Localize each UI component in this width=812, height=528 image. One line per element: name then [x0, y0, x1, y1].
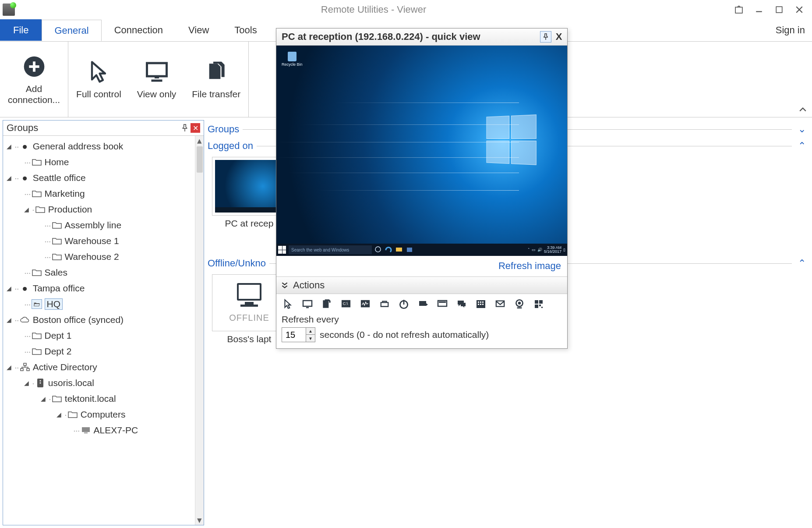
registry-icon[interactable] [532, 298, 545, 310]
tree-item-general-book[interactable]: ◢··●General address book [6, 138, 191, 154]
task-manager-icon[interactable] [359, 298, 372, 310]
recycle-bin-icon: Recycle Bin [282, 52, 303, 67]
bullet-icon: ● [20, 173, 30, 183]
tree-scrollbar[interactable]: ▴ ▾ [195, 136, 204, 525]
groups-panel: Groups ✕ ◢··●General address book ···Hom… [3, 120, 204, 525]
tray-notifications-icon: ▯ [563, 248, 565, 252]
aux-window-icon[interactable] [729, 2, 749, 17]
tree-item-sales[interactable]: ···Sales [6, 265, 191, 280]
spin-down-icon[interactable]: ▼ [306, 335, 315, 342]
mail-icon[interactable] [494, 298, 507, 310]
rdp-icon[interactable] [417, 298, 430, 310]
maximize-button[interactable] [769, 2, 789, 17]
inventory-icon[interactable] [378, 298, 391, 310]
tab-tools[interactable]: Tools [222, 19, 269, 41]
pin-icon[interactable] [540, 31, 551, 43]
tree-item-alex7[interactable]: ···ALEX7-PC [6, 422, 191, 438]
spin-up-icon[interactable]: ▲ [306, 328, 315, 335]
tree-item-home[interactable]: ···Home [6, 154, 191, 170]
tree-item-tektonit[interactable]: ◢·tektonit.local [6, 391, 191, 407]
add-connection-button[interactable]: Add connection... [0, 42, 68, 117]
svg-rect-37 [480, 304, 481, 305]
refresh-image-link[interactable]: Refresh image [276, 256, 567, 276]
minimize-button[interactable] [749, 2, 769, 17]
collapse-ribbon-icon[interactable] [799, 106, 807, 113]
tree-item-ad[interactable]: ◢··Active Directory [6, 359, 191, 375]
tree-item-seattle[interactable]: ◢··●Seattle office [6, 170, 191, 186]
svg-rect-2 [776, 7, 782, 13]
connection-thumbnail[interactable] [212, 157, 286, 216]
bullet-icon: ● [20, 142, 30, 151]
folder-icon [32, 157, 42, 167]
tab-general[interactable]: General [42, 20, 101, 41]
tree-item-warehouse-2[interactable]: ···Warehouse 2 [6, 249, 191, 265]
svg-rect-20 [396, 248, 402, 252]
tree-item-production[interactable]: ◢·Production [6, 202, 191, 217]
tree-item-usoris[interactable]: ◢·usoris.local [6, 375, 191, 391]
tree-item-tampa[interactable]: ◢··●Tampa office [6, 280, 191, 296]
quick-view-title: PC at reception (192.168.0.224) - quick … [282, 31, 480, 43]
actions-header[interactable]: Actions [276, 276, 567, 294]
view-only-button[interactable]: View only [129, 42, 184, 117]
send-message-icon[interactable] [436, 298, 449, 310]
sign-in-link[interactable]: Sign in [776, 25, 812, 36]
pin-icon[interactable] [179, 124, 188, 132]
offline-thumbnail[interactable]: OFFLINE [212, 274, 286, 331]
close-panel-icon[interactable]: ✕ [191, 123, 200, 133]
refresh-interval-input[interactable] [282, 330, 306, 340]
section-groups[interactable]: Groups [208, 121, 239, 138]
scroll-up-icon[interactable]: ▴ [195, 136, 204, 145]
svg-rect-11 [24, 363, 26, 365]
add-connection-label: Add connection... [8, 83, 60, 105]
tab-view[interactable]: View [176, 19, 222, 41]
file-transfer-action-icon[interactable] [320, 298, 333, 310]
tree-item-dept2[interactable]: ···Dept 2 [6, 344, 191, 359]
seconds-label: seconds (0 - do not refresh automaticall… [320, 330, 489, 340]
app-icon [3, 4, 15, 16]
tab-connection[interactable]: Connection [102, 19, 176, 41]
screen-recorder-icon[interactable] [474, 298, 487, 310]
close-icon[interactable]: X [553, 31, 565, 43]
svg-rect-21 [407, 248, 412, 252]
power-icon[interactable] [397, 298, 410, 310]
chat-icon[interactable] [455, 298, 468, 310]
refresh-interval-spinner[interactable]: ▲ ▼ [282, 327, 315, 342]
tab-file[interactable]: File [0, 19, 42, 41]
folder-icon [35, 205, 46, 214]
svg-rect-31 [439, 301, 446, 303]
chevron-up-icon[interactable]: ⌃ [795, 140, 808, 152]
terminal-icon[interactable]: C:\ [339, 298, 353, 310]
scroll-thumb[interactable] [197, 146, 203, 173]
tray-volume-icon: 🔊 [537, 248, 542, 252]
remote-desktop-preview[interactable]: Recycle Bin Search the web and Windows ˄… [276, 46, 567, 256]
tree-item-assembly[interactable]: ···Assembly line [6, 217, 191, 233]
svg-rect-34 [480, 301, 481, 303]
view-only-action-icon[interactable] [301, 298, 314, 310]
tree-item-dept1[interactable]: ···Dept 1 [6, 328, 191, 344]
folder-icon [52, 236, 62, 246]
groups-tree[interactable]: ◢··●General address book ···Home ◢··●Sea… [3, 136, 195, 525]
tree-item-boston[interactable]: ◢··Boston office (synced) [6, 312, 191, 328]
svg-rect-18 [84, 432, 88, 433]
scroll-down-icon[interactable]: ▾ [195, 515, 204, 525]
svg-rect-33 [478, 301, 479, 303]
chevron-up-icon[interactable]: ⌃ [795, 258, 808, 269]
tree-item-warehouse-1[interactable]: ···Warehouse 1 [6, 233, 191, 249]
tree-item-hq[interactable]: ···HQ [6, 296, 191, 312]
webcam-icon[interactable] [513, 298, 526, 310]
svg-point-16 [39, 383, 41, 384]
svg-point-15 [39, 380, 41, 382]
full-control-button[interactable]: Full control [68, 42, 129, 117]
file-transfer-button[interactable]: File transfer [184, 42, 248, 117]
quick-view-titlebar[interactable]: PC at reception (192.168.0.224) - quick … [276, 28, 567, 46]
close-button[interactable] [789, 2, 809, 17]
svg-rect-12 [21, 369, 23, 371]
full-control-icon[interactable] [282, 298, 295, 310]
section-offline[interactable]: Offline/Unkno [208, 255, 266, 272]
tree-item-marketing[interactable]: ···Marketing [6, 186, 191, 202]
actions-toolbar: C:\ [276, 294, 567, 314]
tree-item-computers[interactable]: ◢·Computers [6, 407, 191, 422]
chevron-down-icon[interactable]: ⌄ [795, 124, 808, 135]
folder-icon [32, 268, 42, 277]
section-logged-on[interactable]: Logged on [208, 138, 253, 154]
